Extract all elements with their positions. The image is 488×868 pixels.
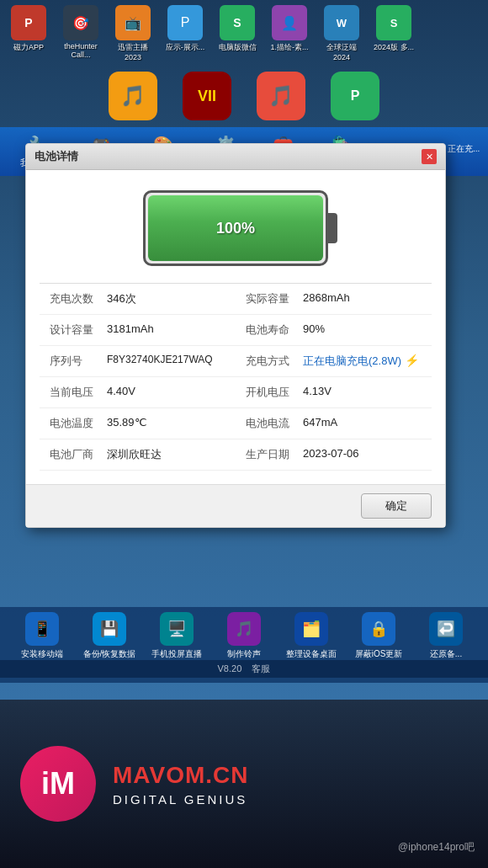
bottom-icons-row: 📱 安装移动端 💾 备份/恢复数据 🖥️ 手机投屏直播 🎵 制作铃声 🗂️ 整理… <box>0 612 488 660</box>
dialog-title: 电池详情 <box>34 149 78 164</box>
dialog-body: 100% 充电次数 346次 实际容量 2868mAh <box>26 170 445 484</box>
desktop-icon-1[interactable]: P 磁力APP <box>5 5 52 61</box>
install-mobile-btn[interactable]: 📱 安装移动端 <box>12 612 72 660</box>
screen-cast-btn[interactable]: 🖥️ 手机投屏直播 <box>146 612 207 660</box>
large-icons-row: 🎵 VII 🎵 P <box>0 68 488 127</box>
desktop: P 磁力APP 🎯 theHunter Call... 📺 迅雷主播 2023 … <box>0 0 488 868</box>
charging-bolt-icon: ⚡ <box>405 354 419 367</box>
desktop-icon-6[interactable]: 👤 1.描绘-素... <box>266 5 313 61</box>
brand-name: MAVOM.CN <box>113 762 248 789</box>
desktop-icon-8[interactable]: S 2024版 多... <box>370 5 417 61</box>
charge-method-cell: 充电方式 正在电脑充电(2.8W) ⚡ <box>236 346 432 377</box>
dialog-footer: 确定 <box>26 484 445 527</box>
instagram-handle: @iphone14pro吧 <box>398 840 475 855</box>
battery-percent: 100% <box>216 220 255 237</box>
dialog-titlebar: 电池详情 ✕ <box>26 144 445 170</box>
dialog-close-button[interactable]: ✕ <box>422 149 437 164</box>
desktop-icons-top: P 磁力APP 🎯 theHunter Call... 📺 迅雷主播 2023 … <box>0 0 488 67</box>
battery-life-cell: 电池寿命 90% <box>236 315 432 346</box>
watermark-text: MAVOM.CN DIGITAL GENIUS <box>113 762 248 807</box>
battery-visual: 100% <box>40 190 432 266</box>
manufacture-date-cell: 生产日期 2023-07-06 <box>236 439 432 471</box>
battery-info-grid: 充电次数 346次 实际容量 2868mAh 设计容量 3181mAh 电池寿命 <box>40 283 432 471</box>
block-ios-btn[interactable]: 🔒 屏蔽iOS更新 <box>348 612 409 660</box>
current-voltage-cell: 当前电压 4.40V <box>40 377 236 408</box>
serial-number-cell: 序列号 F8Y32740KJE217WAQ <box>40 346 236 377</box>
large-icon-app[interactable]: P <box>326 72 384 124</box>
restore-backup-btn[interactable]: ↩️ 还原备... <box>416 612 476 660</box>
ringtone-make-btn[interactable]: 🎵 制作铃声 <box>214 612 274 660</box>
version-bar: V8.20 客服 <box>0 660 488 678</box>
battery-container: 100% <box>143 190 328 266</box>
desktop-icon-2[interactable]: 🎯 theHunter Call... <box>57 5 104 61</box>
battery-temp-cell: 电池温度 35.89℃ <box>40 408 236 439</box>
boot-voltage-cell: 开机电压 4.13V <box>236 377 432 408</box>
backup-restore-btn[interactable]: 💾 备份/恢复数据 <box>79 612 140 660</box>
manage-desktop-btn[interactable]: 🗂️ 整理设备桌面 <box>281 612 342 660</box>
battery-dialog: 电池详情 ✕ 100% <box>25 143 446 528</box>
desktop-icon-5[interactable]: S 电脑版微信 <box>214 5 261 61</box>
desktop-icon-3[interactable]: 📺 迅雷主播 2023 <box>109 5 156 61</box>
large-icon-music[interactable]: 🎵 <box>252 72 310 124</box>
desktop-icon-7[interactable]: W 全球泛端 2024 <box>318 5 365 61</box>
tagline: DIGITAL GENIUS <box>113 792 248 807</box>
watermark: iM MAVOM.CN DIGITAL GENIUS @iphone14pro吧 <box>0 700 488 868</box>
bottom-toolbar: 📱 安装移动端 💾 备份/恢复数据 🖥️ 手机投屏直播 🎵 制作铃声 🗂️ 整理… <box>0 607 488 683</box>
battery-current-cell: 电池电流 647mA <box>236 408 432 439</box>
design-capacity-cell: 设计容量 3181mAh <box>40 315 236 346</box>
ok-button[interactable]: 确定 <box>361 493 432 519</box>
battery-tip <box>327 213 337 243</box>
battery-vendor-cell: 电池厂商 深圳欣旺达 <box>40 439 236 471</box>
charge-count-cell: 充电次数 346次 <box>40 284 236 315</box>
actual-capacity-cell: 实际容量 2868mAh <box>236 284 432 315</box>
large-icon-kuwo[interactable]: 🎵 <box>104 72 162 124</box>
large-icon-game7[interactable]: VII <box>178 72 236 124</box>
desktop-icon-4[interactable]: P 应示-展示... <box>162 5 209 61</box>
battery-outer: 100% <box>143 190 328 266</box>
im-logo: iM <box>20 746 96 822</box>
